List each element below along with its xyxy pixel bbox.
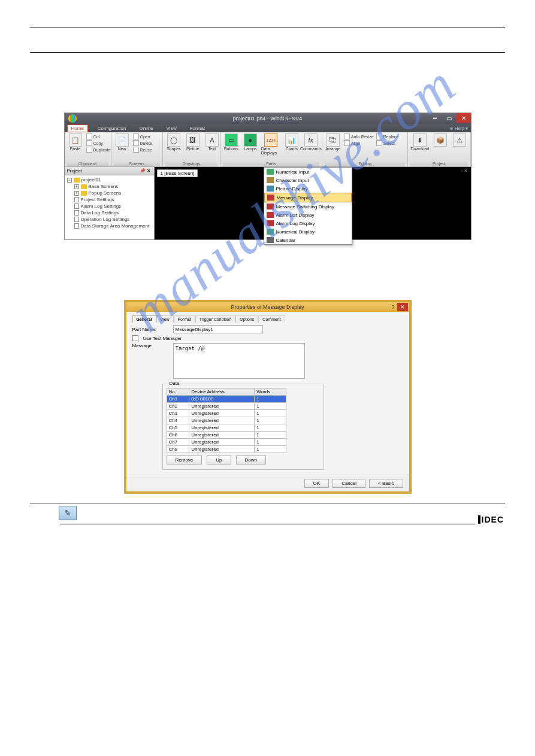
commands-button[interactable]: fxCommands [303,133,319,151]
message-label: Message [132,343,168,348]
menu-home[interactable]: Home [67,125,88,132]
picture-button[interactable]: 🖼Picture [185,133,201,151]
cancel-button[interactable]: Cancel [333,479,365,488]
project-panel-title: Project [67,168,82,174]
project-icon1[interactable]: 📦 [432,133,449,147]
tab-trigger[interactable]: Trigger Condition [195,315,235,323]
open-screen-button[interactable]: Open [133,133,152,139]
maximize-button[interactable]: ▭ [442,113,457,123]
shapes-button[interactable]: ◯Shapes [165,133,182,151]
tree-base-screens[interactable]: +Base Screens [67,183,152,190]
menu-online[interactable]: Online [135,125,156,132]
menu-bar: Home Configuration Online View Format ⊙ … [65,124,471,132]
delete-screen-button[interactable]: Delete [133,140,152,146]
tree-operation-log[interactable]: Operation Log Settings [67,216,152,223]
properties-dialog: Properties of Message Display ? ✕ Genera… [124,300,412,494]
align-button[interactable]: Align [344,140,374,146]
menu-format[interactable]: Format [186,125,208,132]
menu-view[interactable]: View [163,125,180,132]
lamps-button[interactable]: ●Lamps [242,133,259,151]
up-button[interactable]: Up [207,456,231,464]
panel-pin-icon[interactable]: 📌 ✕ [140,168,151,174]
help-menu[interactable]: ⊙ Help ▾ [449,126,468,131]
numerical-display-icon [267,229,274,235]
message-display-icon [267,195,274,201]
data-legend: Data [168,381,182,386]
menu-numerical-display[interactable]: Numerical Display [264,227,352,236]
data-displays-button[interactable]: 1234Data Displays [261,133,281,155]
part-name-input[interactable] [173,325,263,333]
autoresize-button[interactable]: Auto Resize [344,133,374,139]
page-icon [74,197,79,202]
menu-picture-display[interactable]: Picture Display [264,184,352,193]
remove-button[interactable]: Remove [167,456,202,464]
tree-data-log[interactable]: Data Log Settings [67,210,152,216]
tab-view[interactable]: View [156,315,174,323]
down-button[interactable]: Down [236,456,266,464]
project-icon2[interactable]: ⚠ [451,133,468,147]
group-label-project: Project [410,161,467,166]
table-row[interactable]: Ch4Unregistered1 [167,417,286,424]
group-label-clipboard: Clipboard [67,161,108,166]
menu-message-switching[interactable]: Message Switching Display [264,202,352,211]
tree-popup-screens[interactable]: +Popup Screens [67,190,152,196]
reuse-screen-button[interactable]: Reuse [133,147,152,153]
tab-comment[interactable]: Comment [258,315,285,323]
table-row[interactable]: Ch6Unregistered1 [167,432,286,439]
buttons-button[interactable]: ▭Buttons [223,133,240,151]
download-button[interactable]: ⬇Download [410,133,429,151]
dialog-title: Properties of Message Display [231,304,304,310]
cut-button[interactable]: Cut [86,133,111,139]
table-row[interactable]: Ch7Unregistered1 [167,439,286,446]
new-screen-button[interactable]: 📄New [114,133,131,151]
alarm-list-icon [267,212,274,218]
group-label-drawings: Drawings [165,161,217,166]
table-row[interactable]: Ch8Unregistered1 [167,446,286,453]
window-title: project01.pn4 - WindO/I-NV4 [233,116,303,122]
help-icon[interactable]: ? [391,304,394,310]
use-text-manager-checkbox[interactable] [132,335,138,341]
message-textarea[interactable]: Target /@ [173,343,305,379]
menu-numerical-input[interactable]: Numerical Input [264,168,352,176]
table-row[interactable]: Ch5Unregistered1 [167,424,286,432]
dialog-close-button[interactable]: ✕ [397,303,408,311]
menu-calendar[interactable]: Calendar [264,236,352,244]
tree-root[interactable]: -project01 [67,177,152,183]
table-row[interactable]: Ch10:D 001001 [167,396,286,403]
copy-button[interactable]: Copy [86,140,111,146]
text-button[interactable]: AText [204,133,220,151]
screen-tab[interactable]: 1 [Base Screen] [157,169,198,177]
footer-rule [30,503,505,503]
col-addr: Device Address [189,388,255,396]
menu-alarm-log[interactable]: Alarm Log Display [264,219,352,227]
tree-project-settings[interactable]: Project Settings [67,196,152,203]
part-name-label: Part Name: [132,327,168,332]
tab-general[interactable]: General [132,315,156,323]
duplicate-button[interactable]: Duplicate [86,147,111,153]
table-row[interactable]: Ch3Unregistered1 [167,410,286,417]
menu-message-display[interactable]: Message Display [264,193,352,202]
charts-button[interactable]: 📊Charts [283,133,300,151]
menu-character-input[interactable]: Character Input [264,176,352,184]
paste-button[interactable]: 📋Paste [67,133,84,151]
tree-alarm-log[interactable]: Alarm Log Settings [67,203,152,210]
replace-button[interactable]: Replace [376,133,399,139]
col-words: Words [255,388,286,396]
tab-options[interactable]: Options [235,315,258,323]
close-button[interactable]: ✕ [457,113,471,123]
arrange-button[interactable]: ⿻Arrange [325,133,341,151]
ok-button[interactable]: OK [304,479,330,488]
canvas-close-icon[interactable]: ▫ ✕ [461,168,468,174]
select-button[interactable]: Select [376,140,399,146]
minimize-button[interactable]: ━ [428,113,442,123]
basic-button[interactable]: < Basic [369,479,403,488]
message-switching-icon [267,204,274,210]
menu-configuration[interactable]: Configuration [94,125,130,132]
page-icon [74,223,79,229]
data-fieldset: Data No. Device Address Words Ch10:D 001… [162,384,324,470]
tree-storage-area[interactable]: Data Storage Area Management [67,223,152,229]
footer-logo: IDEC [478,515,504,524]
menu-alarm-list[interactable]: Alarm List Display [264,211,352,219]
tab-format[interactable]: Format [174,315,195,323]
table-row[interactable]: Ch2Unregistered1 [167,403,286,410]
